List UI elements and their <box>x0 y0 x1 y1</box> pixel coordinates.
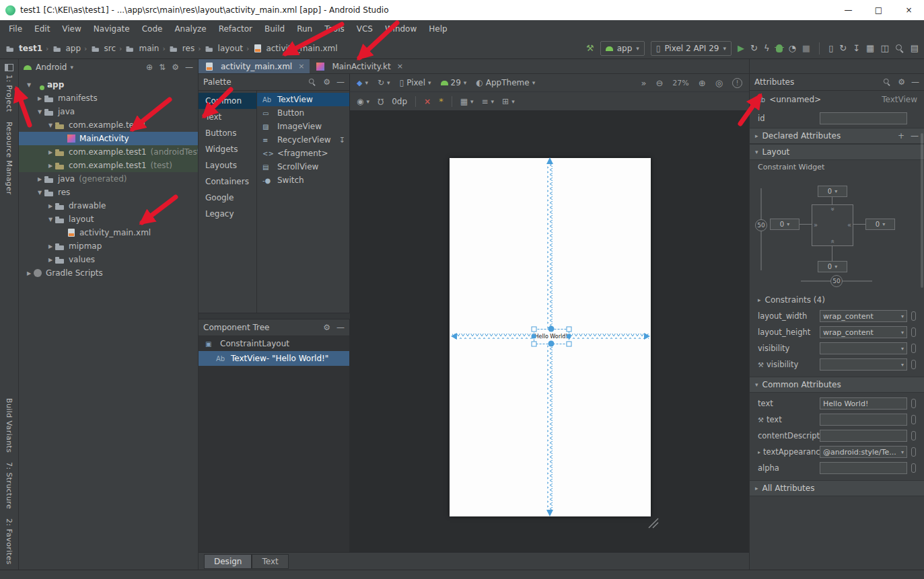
search-everywhere-icon[interactable] <box>895 44 904 53</box>
window-maximize-button[interactable]: □ <box>863 0 894 20</box>
section-constraints[interactable]: ▸ Constraints (4) <box>750 292 924 308</box>
device-canvas[interactable]: Hello World! <box>450 158 651 516</box>
layout-variants-selector[interactable]: ◆▾ <box>357 79 368 87</box>
breadcrumb-layout[interactable]: layout <box>205 44 243 53</box>
expand-arrow-icon[interactable]: ▶ <box>46 257 55 263</box>
tools-text-input[interactable] <box>820 414 907 426</box>
expand-arrow-icon[interactable]: ▶ <box>24 270 34 276</box>
panel-splitter[interactable] <box>199 313 350 319</box>
palette-category-google[interactable]: Google <box>199 190 256 206</box>
margin-left-select[interactable]: 0▾ <box>770 219 799 230</box>
apply-code-changes-icon[interactable]: ϟ <box>764 42 770 54</box>
menu-tools[interactable]: Tools <box>318 20 351 38</box>
hide-panel-icon[interactable]: — <box>336 323 345 332</box>
hide-panel-icon[interactable]: — <box>911 77 919 87</box>
palette-item-textview[interactable]: AbTextView <box>257 93 349 106</box>
layout-width-select[interactable]: wrap_content▾ <box>820 310 907 322</box>
resource-flag-icon[interactable] <box>911 463 916 473</box>
menu-view[interactable]: View <box>56 20 87 38</box>
tree-item-mipmap[interactable]: ▶mipmap <box>19 239 198 253</box>
close-tab-icon[interactable]: × <box>298 62 304 71</box>
expand-arrow-icon[interactable]: ▶ <box>46 203 55 209</box>
visibility-select[interactable]: ▾ <box>820 342 907 354</box>
tree-item-java[interactable]: ▼java <box>19 105 198 118</box>
palette-category-common[interactable]: Common <box>199 93 256 109</box>
tab-mainactivity-kt[interactable]: MainActivity.kt × <box>310 59 408 73</box>
expand-arrow-icon[interactable]: ▶ <box>46 243 55 249</box>
breadcrumb-main[interactable]: main <box>125 44 159 53</box>
palette-item-fragment[interactable]: <><fragment> <box>257 147 349 160</box>
settings-gear-icon[interactable]: ⚙ <box>323 77 330 87</box>
tree-item-layout[interactable]: ▼layout <box>19 213 198 226</box>
issues-icon[interactable]: ! <box>732 78 742 88</box>
search-icon[interactable] <box>308 78 316 86</box>
build-hammer-icon[interactable]: ⚒ <box>586 42 594 54</box>
content-description-input[interactable] <box>820 430 907 442</box>
resource-flag-icon[interactable] <box>911 360 916 369</box>
guidelines-selector[interactable]: ▦▾ <box>460 97 474 106</box>
overflow-icon[interactable]: » <box>641 78 646 88</box>
menu-analyze[interactable]: Analyze <box>168 20 212 38</box>
layout-height-select[interactable]: wrap_content▾ <box>820 326 907 338</box>
settings-gear-icon[interactable]: ⚙ <box>323 323 330 332</box>
tree-item-activity-main-xml[interactable]: activity_main.xml <box>19 226 198 239</box>
hide-panel-icon[interactable]: — <box>185 63 193 72</box>
sdk-manager-icon[interactable]: ↧ <box>853 42 860 54</box>
project-view-selector[interactable]: Android <box>36 63 67 72</box>
vertical-bias-handle[interactable]: 50 <box>755 219 767 231</box>
menu-refactor[interactable]: Refactor <box>213 20 258 38</box>
autoconnect-magnet-icon[interactable]: Ω <box>378 97 384 106</box>
palette-item-imageview[interactable]: ▨ImageView <box>257 120 349 133</box>
toolwindow-project-button[interactable]: 1: Project <box>5 59 13 117</box>
text-mode-tab[interactable]: Text <box>252 554 288 569</box>
clear-constraints-icon[interactable]: × <box>424 97 431 106</box>
section-declared-attributes[interactable]: ▸ Declared Attributes + — <box>750 128 924 144</box>
tools-visibility-select[interactable]: ▾ <box>820 358 907 371</box>
expand-arrow-icon[interactable]: ▶ <box>35 95 44 102</box>
component-constraintlayout[interactable]: ▣ConstraintLayout <box>199 336 349 351</box>
toolwindow-build-variants-button[interactable]: Build Variants <box>5 393 13 457</box>
pack-selector[interactable]: ⊞▾ <box>502 97 515 106</box>
expand-arrow-icon[interactable]: ▼ <box>46 217 55 223</box>
design-surface[interactable]: Hello World! <box>350 111 749 552</box>
apply-changes-icon[interactable]: ↻ <box>750 42 758 54</box>
palette-category-layouts[interactable]: Layouts <box>199 157 256 173</box>
palette-item-scrollview[interactable]: ▤ScrollView <box>257 160 349 173</box>
toolwindow-resource-manager-button[interactable]: Resource Manager <box>5 117 13 200</box>
constraint-widget-box[interactable]: » « » « <box>812 204 853 246</box>
tree-item-app[interactable]: ▼app <box>19 78 198 91</box>
stop-button[interactable]: ■ <box>802 42 810 54</box>
tree-item-package-main[interactable]: ▼com.example.test1 <box>19 118 198 132</box>
scrollbar-thumb[interactable] <box>921 133 923 288</box>
design-mode-tab[interactable]: Design <box>204 554 252 569</box>
menu-vcs[interactable]: VCS <box>351 20 379 38</box>
close-tab-icon[interactable]: × <box>397 62 403 71</box>
expand-arrow-icon[interactable]: ▼ <box>46 122 55 128</box>
tree-item-package-androidtest[interactable]: ▶com.example.test1(androidTest) <box>19 145 198 159</box>
chevron-right-icon[interactable]: ▸ <box>758 449 760 455</box>
expand-arrow-icon[interactable]: ▼ <box>35 109 44 115</box>
api-version-selector[interactable]: 29▾ <box>441 78 467 87</box>
tree-item-java-generated[interactable]: ▶java(generated) <box>19 172 198 186</box>
window-close-button[interactable]: × <box>894 0 924 20</box>
window-minimize-button[interactable]: — <box>833 0 863 20</box>
tree-item-package-test[interactable]: ▶com.example.test1(test) <box>19 159 198 172</box>
expand-arrow-icon[interactable]: ▶ <box>35 176 44 182</box>
resource-flag-icon[interactable] <box>911 415 916 424</box>
menu-build[interactable]: Build <box>258 20 291 38</box>
expand-arrow-icon[interactable]: ▶ <box>46 163 55 169</box>
palette-item-button[interactable]: ▭Button <box>257 106 349 120</box>
device-file-explorer-icon[interactable]: ◫ <box>880 42 888 54</box>
theme-selector[interactable]: ◐AppTheme▾ <box>476 78 535 87</box>
palette-category-widgets[interactable]: Widgets <box>199 141 256 157</box>
palette-category-text[interactable]: Text <box>199 109 256 125</box>
component-textview[interactable]: AbTextView- "Hello World!" <box>199 351 349 366</box>
remove-attribute-icon[interactable]: — <box>911 131 919 141</box>
resource-flag-icon[interactable] <box>911 399 916 408</box>
breadcrumb-res[interactable]: res <box>169 44 194 53</box>
breadcrumb-src[interactable]: src <box>91 44 116 53</box>
horizontal-bias-handle[interactable]: 50 <box>830 275 843 287</box>
toolwindow-favorites-button[interactable]: 2: Favorites <box>5 514 13 570</box>
tree-item-mainactivity[interactable]: MainActivity <box>19 132 198 145</box>
zoom-in-button[interactable]: ⊕ <box>699 78 706 88</box>
